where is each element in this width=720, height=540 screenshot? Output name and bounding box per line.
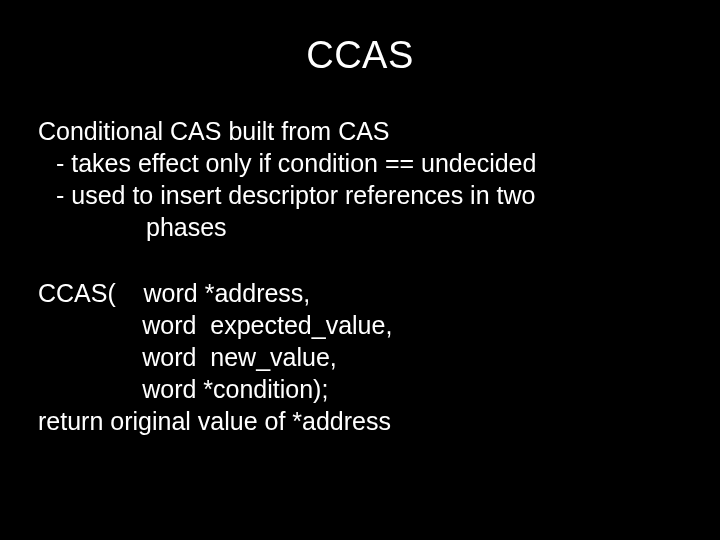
desc-bullet-2a: - used to insert descriptor references i… xyxy=(38,179,682,211)
sig-return: return original value of *address xyxy=(38,405,682,437)
sig-line-2: word expected_value, xyxy=(38,309,682,341)
slide-body: Conditional CAS built from CAS - takes e… xyxy=(38,115,682,437)
signature-block: CCAS( word *address, word expected_value… xyxy=(38,277,682,437)
desc-line-1: Conditional CAS built from CAS xyxy=(38,115,682,147)
sig-line-4: word *condition); xyxy=(38,373,682,405)
sig-line-1: CCAS( word *address, xyxy=(38,277,682,309)
paragraph-description: Conditional CAS built from CAS - takes e… xyxy=(38,115,682,243)
desc-bullet-1: - takes effect only if condition == unde… xyxy=(38,147,682,179)
slide-title: CCAS xyxy=(38,34,682,77)
sig-line-3: word new_value, xyxy=(38,341,682,373)
desc-bullet-2b: phases xyxy=(38,211,682,243)
slide: CCAS Conditional CAS built from CAS - ta… xyxy=(0,0,720,540)
